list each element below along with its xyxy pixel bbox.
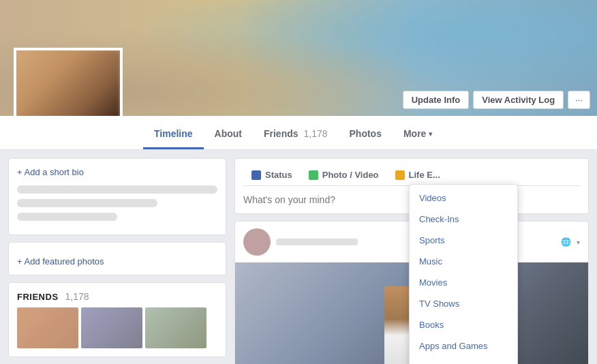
dropdown-item-tvshows[interactable]: TV Shows [410, 293, 517, 314]
dropdown-item-likes[interactable]: Likes [410, 357, 517, 364]
bio-card: + Add a short bio [8, 158, 226, 235]
friends-label: FRIENDS [17, 292, 59, 302]
post-name-blur [276, 239, 358, 245]
dropdown-item-apps[interactable]: Apps and Games [410, 335, 517, 357]
dropdown-item-videos[interactable]: Videos [410, 187, 517, 209]
dropdown-item-sports[interactable]: Sports [410, 230, 517, 251]
post-meta: 🌐 ▾ [561, 237, 580, 247]
blur-line-3 [17, 213, 117, 221]
status-tab-life[interactable]: Life E... [387, 164, 448, 185]
friend-thumbnails [17, 307, 217, 348]
main-content: + Add a short bio + Add featured photos … [0, 150, 597, 364]
chevron-down-icon: ▾ [429, 130, 432, 138]
photos-card: + Add featured photos [8, 242, 226, 275]
cover-actions: Update Info View Activity Log ··· [403, 91, 590, 109]
add-bio-button[interactable]: + Add a short bio [17, 167, 217, 177]
friends-card: FRIENDS 1,178 [8, 282, 226, 357]
tab-timeline[interactable]: Timeline [143, 120, 204, 149]
view-activity-button[interactable]: View Activity Log [473, 91, 564, 109]
more-dropdown-menu: Videos Check-Ins Sports Music Movies TV … [409, 184, 518, 364]
blurred-info [17, 185, 217, 221]
chevron-icon: ▾ [577, 239, 580, 246]
blur-line-2 [17, 199, 157, 207]
friends-count: 1,178 [65, 291, 89, 302]
friend-thumb-1[interactable] [17, 307, 78, 348]
avatar-image [16, 50, 120, 116]
post-name-area [276, 239, 358, 245]
left-column: + Add a short bio + Add featured photos … [8, 158, 226, 356]
blur-line-1 [17, 185, 217, 194]
dropdown-item-books[interactable]: Books [410, 314, 517, 335]
friend-thumb-3[interactable] [145, 307, 206, 348]
dropdown-item-music[interactable]: Music [410, 251, 517, 272]
update-info-button[interactable]: Update Info [403, 91, 470, 109]
dropdown-item-movies[interactable]: Movies [410, 272, 517, 293]
dropdown-item-checkins[interactable]: Check-Ins [410, 209, 517, 230]
friend-thumb-2[interactable] [81, 307, 142, 348]
life-event-icon [395, 170, 405, 180]
globe-icon: 🌐 [561, 237, 571, 247]
profile-avatar[interactable] [14, 48, 123, 116]
status-icon [251, 170, 261, 180]
tab-more[interactable]: More ▾ [393, 120, 443, 149]
more-options-button[interactable]: ··· [568, 91, 590, 109]
tab-friends[interactable]: Friends 1,178 [253, 120, 339, 149]
status-tab-photo[interactable]: Photo / Video [301, 164, 387, 185]
status-tab-status[interactable]: Status [243, 164, 301, 185]
profile-nav: Timeline About Friends 1,178 Photos More… [0, 116, 597, 150]
post-avatar[interactable] [243, 228, 271, 256]
friends-header: FRIENDS 1,178 [17, 291, 217, 302]
tab-photos[interactable]: Photos [339, 120, 393, 149]
add-photos-button[interactable]: + Add featured photos [17, 256, 217, 267]
cover-photo: Update Info View Activity Log ··· [0, 0, 597, 116]
status-tabs: Status Photo / Video Life E... [243, 164, 580, 186]
tab-about[interactable]: About [204, 120, 253, 149]
photo-icon [309, 170, 318, 180]
